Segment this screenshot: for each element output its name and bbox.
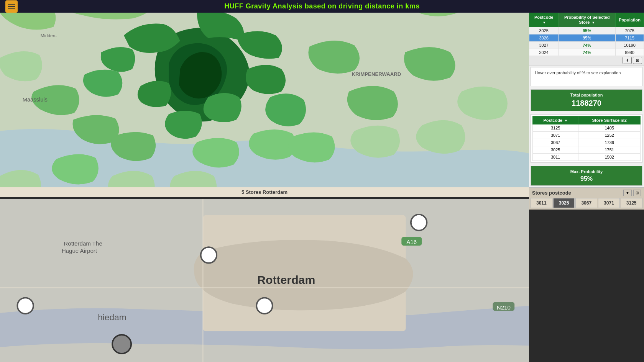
svg-point-41	[201, 247, 217, 263]
table-row[interactable]: 3027 74% 10190	[529, 42, 644, 49]
title-bar: HUFF Gravity Analysis based on driving d…	[0, 0, 644, 13]
info-cards: Hover over probability of % to see expla…	[529, 66, 644, 187]
bottom-left: 5 Stores Rotterdam Rotterdam hiedam	[0, 187, 529, 362]
store-postcode-cell: 3071	[533, 132, 578, 139]
table-row[interactable]: 3024 74% 8980	[529, 49, 644, 56]
store-surface-cell: 1502	[578, 154, 641, 161]
svg-text:hiedam: hiedam	[98, 312, 126, 322]
probability-cell: 95%	[559, 34, 616, 42]
small-map-svg: Rotterdam hiedam ©2020 TomTom Improve th…	[0, 199, 529, 362]
probability-cell: 74%	[559, 49, 616, 56]
small-map-area[interactable]: Rotterdam hiedam ©2020 TomTom Improve th…	[0, 199, 529, 362]
svg-text:Maassluis: Maassluis	[23, 97, 48, 103]
filter-icon-button[interactable]: ▼	[623, 190, 632, 196]
postcode-cell: 3026	[529, 34, 559, 42]
stores-postcode-label: Stores postcode	[532, 190, 571, 196]
population-cell: 10190	[616, 42, 644, 49]
stores-postcode-icons: ▼ ⊞	[623, 190, 641, 196]
bottom-row: 5 Stores Rotterdam Rotterdam hiedam	[0, 187, 644, 362]
bottom-right: Stores postcode ▼ ⊞ 30113025306730713125	[529, 187, 644, 362]
table-row[interactable]: 3026 95% 7115	[529, 34, 644, 42]
store-table-card: Postcode ▼ Store Surface m2 3125 1405 30…	[531, 114, 642, 163]
data-table-container[interactable]: Postcode ▼ Probability of Selected Store…	[529, 13, 644, 56]
store-surface-cell: 1405	[578, 124, 641, 132]
filter-button[interactable]: ⬇	[623, 57, 632, 64]
table-actions: ⬇ ⊞	[529, 56, 644, 66]
postcode-header[interactable]: Postcode ▼	[529, 13, 559, 27]
store-table-row[interactable]: 3125 1405	[533, 124, 641, 132]
probability-cell: 74%	[559, 42, 616, 49]
store-surface-header: Store Surface m2	[578, 116, 641, 124]
store-table-row[interactable]: 3025 1751	[533, 146, 641, 154]
svg-text:Rotterdam The: Rotterdam The	[64, 240, 102, 247]
postcode-cell: 3027	[529, 42, 559, 49]
store-table-row[interactable]: 3067 1736	[533, 139, 641, 146]
table-body: 3025 95% 7075 3026 95% 7115 3027 74% 101…	[529, 27, 644, 56]
store-table-row[interactable]: 3011 1502	[533, 154, 641, 161]
probability-table: Postcode ▼ Probability of Selected Store…	[529, 13, 644, 56]
map-svg: DEN HAAG Rijswijk Zoetermeer Pijnacker-N…	[0, 13, 529, 187]
max-probability-card: Max. Probability 95%	[531, 166, 642, 186]
svg-text:KRIMPENERWAARD: KRIMPENERWAARD	[352, 71, 401, 77]
export-button[interactable]: ⊞	[633, 57, 642, 64]
population-header[interactable]: Population	[616, 13, 644, 27]
store-postcode-cell: 3067	[533, 139, 578, 146]
stores-postcode-section: Stores postcode ▼ ⊞ 30113025306730713125	[529, 187, 644, 210]
store-surface-table: Postcode ▼ Store Surface m2 3125 1405 30…	[532, 116, 641, 161]
svg-text:A16: A16	[406, 239, 417, 245]
population-cell: 8980	[616, 49, 644, 56]
population-cell: 7115	[616, 34, 644, 42]
menu-button[interactable]	[5, 0, 18, 13]
postcode-tab[interactable]: 3067	[575, 198, 597, 208]
page-title: HUFF Gravity Analysis based on driving d…	[0, 2, 644, 10]
postcode-tab[interactable]: 3025	[553, 198, 575, 208]
grid-icon-button[interactable]: ⊞	[633, 190, 641, 196]
svg-point-42	[112, 335, 131, 354]
right-panel: Postcode ▼ Probability of Selected Store…	[529, 13, 644, 187]
main-map[interactable]: DEN HAAG Rijswijk Zoetermeer Pijnacker-N…	[0, 13, 529, 187]
population-cell: 7075	[616, 27, 644, 34]
svg-text:N210: N210	[497, 304, 511, 311]
svg-point-43	[256, 298, 273, 314]
store-surface-cell: 1751	[578, 146, 641, 154]
svg-text:Hague Airport: Hague Airport	[62, 247, 97, 254]
store-postcode-cell: 3125	[533, 124, 578, 132]
probability-cell: 95%	[559, 27, 616, 34]
postcode-tab[interactable]: 3125	[621, 198, 642, 208]
postcode-cell: 3025	[529, 27, 559, 34]
store-postcode-cell: 3011	[533, 154, 578, 161]
store-table-row[interactable]: 3071 1252	[533, 132, 641, 139]
store-postcode-cell: 3025	[533, 146, 578, 154]
postcode-tabs: 30113025306730713125	[529, 198, 644, 210]
total-population-card: Total population 1188270	[531, 89, 642, 111]
store-surface-cell: 1252	[578, 132, 641, 139]
main-content: DEN HAAG Rijswijk Zoetermeer Pijnacker-N…	[0, 13, 644, 187]
probability-header[interactable]: Probability of Selected Store ▼	[559, 13, 616, 27]
stores-postcode-header: Stores postcode ▼ ⊞	[529, 188, 644, 198]
postcode-tab[interactable]: 3071	[598, 198, 620, 208]
svg-text:Midden-: Midden-	[41, 33, 57, 38]
store-postcode-header: Postcode ▼	[533, 116, 578, 124]
store-surface-cell: 1736	[578, 139, 641, 146]
small-map-title: 5 Stores Rotterdam	[0, 187, 529, 197]
postcode-cell: 3024	[529, 49, 559, 56]
svg-text:Rotterdam: Rotterdam	[257, 274, 315, 286]
table-row[interactable]: 3025 95% 7075	[529, 27, 644, 34]
postcode-tab[interactable]: 3011	[531, 198, 552, 208]
svg-point-44	[411, 215, 427, 231]
hover-hint-card: Hover over probability of % to see expla…	[531, 67, 642, 86]
store-table-body: 3125 1405 3071 1252 3067 1736 3025 1751 …	[533, 124, 641, 161]
svg-point-40	[17, 298, 33, 314]
